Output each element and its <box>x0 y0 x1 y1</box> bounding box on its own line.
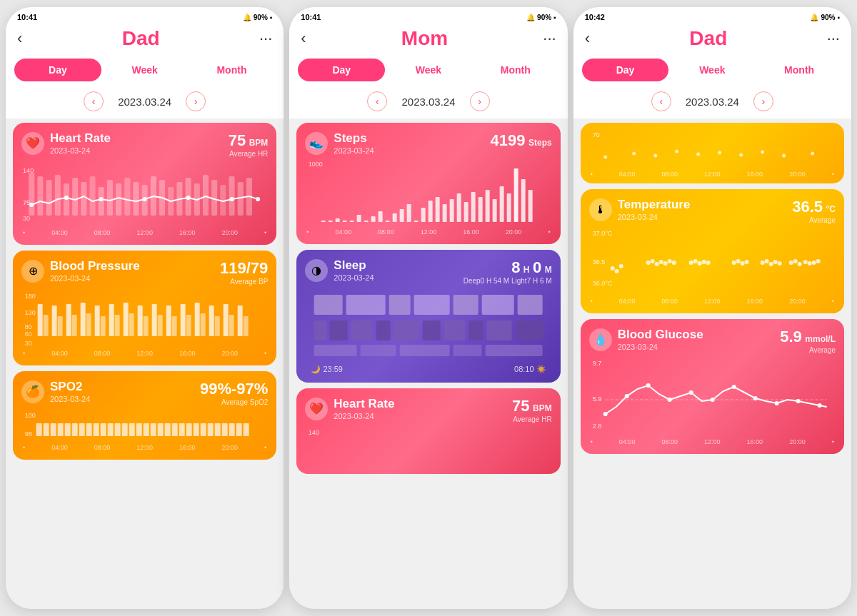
tab-day-1[interactable]: Day <box>14 59 101 81</box>
svg-rect-68 <box>229 315 234 336</box>
svg-point-166 <box>782 154 786 158</box>
sleep-sub-2: Deep0 H 54 M Light7 H 6 M <box>463 277 552 285</box>
svg-rect-105 <box>329 221 333 222</box>
svg-point-163 <box>718 151 721 155</box>
svg-rect-47 <box>81 303 86 336</box>
date-next-1[interactable]: › <box>186 91 206 111</box>
svg-point-184 <box>701 260 706 264</box>
svg-rect-133 <box>528 190 533 222</box>
svg-rect-151 <box>314 345 357 356</box>
glucose-value-3: 5.9 <box>780 328 802 345</box>
sleep-title-2: Sleep <box>334 258 374 273</box>
svg-text:36.0°C: 36.0°C <box>592 280 612 287</box>
heartrate-card-1[interactable]: ❤️ Heart Rate 2023-03-24 75 BPM Average … <box>13 123 276 245</box>
svg-rect-144 <box>376 320 391 340</box>
svg-point-211 <box>710 398 714 402</box>
sleep-card-2[interactable]: ◑ Sleep 2023-03-24 8 H 0 M Dee <box>296 250 560 383</box>
heartrate-value-1: 75 <box>229 131 246 149</box>
tab-week-3[interactable]: Week <box>668 59 756 81</box>
back-button-1[interactable]: ‹ <box>17 29 22 48</box>
tab-week-1[interactable]: Week <box>101 59 189 81</box>
heartrate-icon-2: ❤️ <box>305 398 328 420</box>
status-battery-1: 🔔90%▪ <box>243 14 273 21</box>
svg-point-165 <box>761 151 764 154</box>
svg-point-214 <box>774 401 778 405</box>
svg-rect-24 <box>238 182 244 216</box>
svg-rect-139 <box>482 295 514 315</box>
svg-rect-92 <box>172 423 178 436</box>
date-next-2[interactable]: › <box>470 91 490 111</box>
svg-rect-78 <box>72 423 78 436</box>
temp-icon-3: 🌡 <box>589 198 612 221</box>
svg-point-178 <box>663 261 667 266</box>
svg-point-209 <box>667 398 671 402</box>
spo2-card-1[interactable]: 🍊 SPO2 2023-03-24 99%-97% Average SpO2 1… <box>13 371 276 460</box>
svg-text:30: 30 <box>25 340 32 347</box>
svg-point-193 <box>773 260 777 264</box>
menu-button-2[interactable]: ··· <box>543 29 556 48</box>
svg-rect-138 <box>453 295 478 315</box>
date-prev-3[interactable]: ‹ <box>651 91 671 111</box>
svg-rect-67 <box>224 304 229 336</box>
heartrate-card-2[interactable]: ❤️ Heart Rate 2023-03-24 75 BPM Average … <box>296 388 560 474</box>
status-battery-3: 🔔90%▪ <box>810 14 840 21</box>
svg-rect-124 <box>464 202 468 222</box>
tab-bar-1: Day Week Month <box>6 56 284 87</box>
bp-chart-labels-1: •04:0008:0012:0016:0020:00• <box>21 350 268 357</box>
menu-button-3[interactable]: ··· <box>827 29 840 48</box>
spo2-value-1: 99%-97% <box>200 380 268 398</box>
sleep-unit-m-2: M <box>545 265 552 275</box>
temp-chart-labels-3: •04:0008:0012:0016:0020:00• <box>589 298 836 305</box>
svg-point-210 <box>688 390 693 395</box>
back-button-3[interactable]: ‹ <box>585 29 590 48</box>
heartrate-title-2: Heart Rate <box>334 397 394 411</box>
svg-rect-110 <box>364 221 369 222</box>
menu-button-1[interactable]: ··· <box>259 29 272 48</box>
tab-day-3[interactable]: Day <box>582 59 669 81</box>
tab-week-2[interactable]: Week <box>385 59 472 81</box>
steps-value-2: 4199 <box>491 131 526 149</box>
svg-rect-98 <box>215 423 221 436</box>
bp-date-1: 2023-03-24 <box>50 274 140 283</box>
svg-text:1000: 1000 <box>309 161 323 168</box>
svg-point-181 <box>688 261 693 265</box>
heartrate-chart-labels-1: •04:0008:0012:0016:0020:00• <box>21 229 268 236</box>
svg-rect-155 <box>486 345 543 356</box>
steps-card-2[interactable]: 👟 Steps 2023-03-24 4199 Steps 1000 <box>296 123 560 244</box>
status-time-2: 10:41 <box>301 13 321 21</box>
date-prev-1[interactable]: ‹ <box>84 91 104 111</box>
tab-month-3[interactable]: Month <box>756 59 843 81</box>
svg-rect-44 <box>58 316 63 336</box>
svg-point-30 <box>186 196 191 200</box>
svg-rect-100 <box>229 423 235 436</box>
tab-day-2[interactable]: Day <box>298 59 385 81</box>
glucose-unit-3: mmol/L <box>805 334 836 344</box>
date-display-3: 2023.03.24 <box>686 96 739 108</box>
temp-value-3: 36.5 <box>792 198 823 216</box>
svg-text:80: 80 <box>25 323 32 330</box>
tab-month-2[interactable]: Month <box>472 59 559 81</box>
svg-rect-89 <box>151 423 156 436</box>
status-time-3: 10:42 <box>585 13 605 21</box>
svg-rect-116 <box>407 204 411 222</box>
svg-rect-76 <box>58 423 64 436</box>
svg-rect-136 <box>389 295 411 315</box>
svg-point-173 <box>618 264 623 268</box>
spo2-sub-1: Average SpO2 <box>200 398 268 406</box>
svg-rect-84 <box>115 423 121 436</box>
svg-text:140: 140 <box>309 429 319 436</box>
tab-month-1[interactable]: Month <box>189 59 276 81</box>
svg-rect-115 <box>400 209 404 222</box>
temp-card-3[interactable]: 🌡 Temperature 2023-03-24 36.5 °C Average <box>581 189 844 313</box>
heartrate-date-1: 2023-03-24 <box>50 146 111 155</box>
back-button-2[interactable]: ‹ <box>301 29 306 48</box>
svg-text:60: 60 <box>25 330 32 338</box>
bp-card-1[interactable]: ⊕ Blood Pressure 2023-03-24 119/79 Avera… <box>13 251 276 365</box>
date-prev-2[interactable]: ‹ <box>367 91 387 111</box>
glucose-card-3[interactable]: 💧 Blood Glucose 2023-03-24 5.9 mmol/L Av… <box>581 319 844 454</box>
svg-rect-119 <box>428 201 433 222</box>
svg-text:130: 130 <box>25 309 36 316</box>
svg-text:30: 30 <box>23 215 30 222</box>
glucose-sub-3: Average <box>780 346 836 354</box>
date-next-3[interactable]: › <box>753 91 773 111</box>
